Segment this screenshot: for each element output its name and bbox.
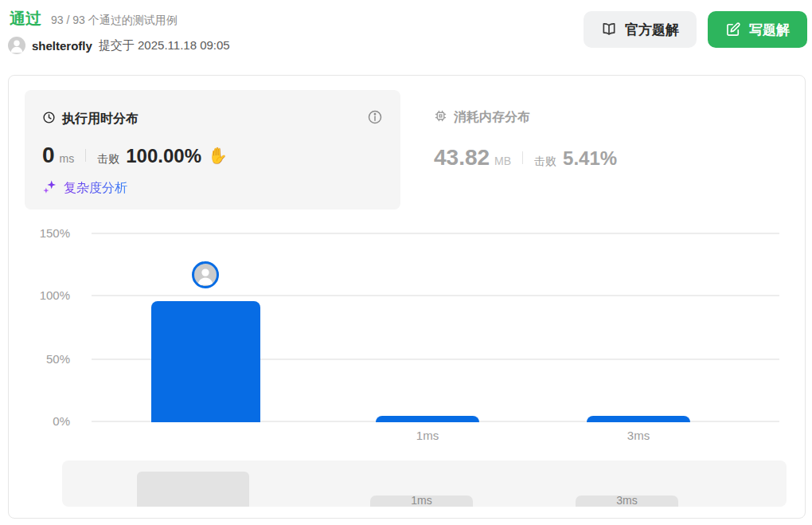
memory-value: 43.82 (434, 145, 490, 170)
tab-runtime-distribution[interactable]: 执行用时分布 0 ms 击败 100.00% ✋ 复杂度分析 (25, 90, 400, 210)
runtime-value-row: 0 ms 击败 100.00% ✋ (42, 143, 228, 168)
bar-3ms[interactable] (587, 416, 690, 422)
gridline-150 (92, 233, 779, 234)
clock-icon (42, 111, 56, 127)
y-tick-100: 100% (14, 288, 70, 303)
memory-chip-icon (434, 109, 447, 126)
person-icon (8, 37, 25, 54)
x-label-3ms: 3ms (587, 429, 690, 442)
minimap-label-1ms: 1ms (370, 495, 473, 507)
x-label-1ms: 1ms (376, 429, 479, 442)
bar-1ms[interactable] (376, 416, 479, 422)
submission-meta: shelterofly 提交于 2025.11.18 09:05 (8, 37, 230, 54)
username: shelterofly (32, 39, 92, 53)
runtime-title: 执行用时分布 (62, 111, 139, 127)
memory-title-row: 消耗内存分布 (434, 109, 617, 126)
sparkles-icon (42, 179, 57, 198)
person-icon (194, 264, 217, 286)
runtime-title-row: 执行用时分布 (42, 111, 139, 127)
pencil-square-icon (725, 22, 741, 37)
runtime-value: 0 (42, 143, 55, 168)
gridline-100 (92, 295, 779, 296)
waving-hand-icon: ✋ (208, 146, 228, 165)
submitted-at: 提交于 2025.11.18 09:05 (99, 38, 230, 53)
bar-0ms[interactable] (151, 301, 260, 422)
y-tick-0: 0% (14, 414, 70, 429)
submission-detail-card: 执行用时分布 0 ms 击败 100.00% ✋ 复杂度分析 (8, 75, 806, 519)
y-tick-150: 150% (14, 226, 70, 241)
status-passed: 通过 (10, 8, 41, 29)
official-solution-label: 官方题解 (625, 21, 679, 39)
memory-beats-value: 5.41% (563, 147, 617, 170)
result-header: 通过 93 / 93 个通过的测试用例 (10, 8, 178, 29)
user-avatar (8, 37, 25, 54)
y-tick-50: 50% (14, 352, 70, 366)
minimap-label-3ms: 3ms (576, 495, 678, 507)
testcases-count: 93 / 93 个通过的测试用例 (51, 14, 178, 28)
book-icon (601, 22, 617, 37)
info-icon[interactable] (367, 109, 383, 125)
memory-beats-label: 击败 (534, 155, 556, 169)
runtime-beats-value: 100.00% (126, 145, 201, 167)
chart-minimap-brush[interactable]: 1ms 3ms (62, 460, 787, 507)
memory-unit: MB (494, 155, 511, 167)
divider (522, 151, 523, 164)
complexity-analysis-link[interactable]: 复杂度分析 (42, 179, 127, 198)
minimap-bar-0ms (137, 472, 249, 507)
runtime-beats-label: 击败 (97, 152, 119, 167)
tab-memory-distribution[interactable]: 消耗内存分布 43.82 MB 击败 5.41% (434, 109, 617, 170)
memory-value-row: 43.82 MB 击败 5.41% (434, 145, 617, 170)
write-solution-button[interactable]: 写题解 (708, 11, 807, 48)
complexity-analysis-label: 复杂度分析 (64, 180, 127, 197)
divider (85, 149, 86, 162)
header-actions: 官方题解 写题解 (584, 11, 807, 48)
memory-title: 消耗内存分布 (454, 109, 530, 126)
write-solution-label: 写题解 (749, 21, 790, 39)
official-solution-button[interactable]: 官方题解 (584, 11, 697, 48)
runtime-unit: ms (60, 152, 75, 165)
my-submission-marker[interactable] (192, 261, 219, 288)
